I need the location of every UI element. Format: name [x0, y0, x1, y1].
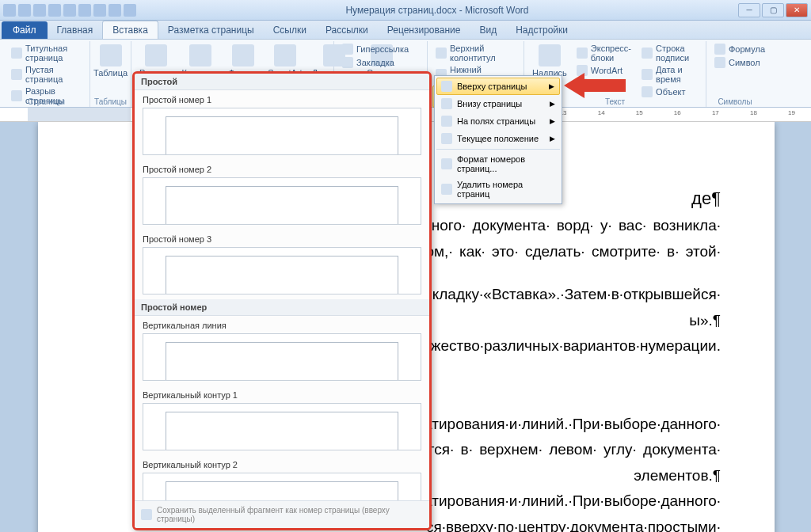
maximize-button[interactable]: ▢ [762, 3, 784, 17]
label: Верхний колонтитул [450, 44, 516, 63]
gallery-item-label: Простой номер 3 [135, 230, 429, 245]
label: Удалить номера страниц [457, 180, 555, 199]
qat-icon[interactable] [63, 4, 76, 17]
label: Текущее положение [457, 134, 539, 143]
save-fragment-icon [141, 509, 152, 520]
hyperlink-button[interactable]: Гиперссылка [339, 43, 422, 55]
picture-icon [145, 44, 167, 66]
redo-icon[interactable] [48, 4, 61, 17]
gallery-save-selection[interactable]: Сохранить выделенный фрагмент как номер … [135, 500, 429, 528]
smartart-icon [274, 44, 296, 66]
tab-home[interactable]: Главная [48, 21, 103, 39]
ruler-mark: 17 [712, 109, 719, 116]
label: На полях страницы [457, 116, 535, 126]
ruler-mark: 14 [598, 109, 605, 116]
qat-icon[interactable] [93, 4, 106, 17]
object-button[interactable]: Объект [638, 86, 701, 98]
submenu-bottom-of-page[interactable]: Внизу страницы▶ [436, 95, 560, 112]
chevron-right-icon: ▶ [549, 82, 554, 90]
chevron-right-icon: ▶ [550, 135, 555, 142]
qat-icon[interactable] [78, 4, 91, 17]
equation-button[interactable]: Формула [711, 43, 759, 55]
tab-mailings[interactable]: Рассылки [316, 21, 378, 39]
datetime-icon [642, 69, 653, 80]
tab-view[interactable]: Вид [470, 21, 506, 39]
gallery-item-preview[interactable] [143, 247, 421, 294]
gallery-item-label: Вертикальная линия [135, 316, 429, 332]
word-icon[interactable] [3, 4, 16, 17]
format-icon [441, 158, 452, 169]
header-button[interactable]: Верхний колонтитул [432, 43, 519, 63]
top-page-icon [441, 81, 452, 92]
quickparts-icon [577, 48, 588, 59]
bookmark-icon [342, 57, 353, 68]
undo-icon[interactable] [33, 4, 46, 17]
annotation-arrow [564, 70, 627, 101]
equation-icon [714, 44, 725, 55]
clipart-icon [189, 44, 211, 66]
gallery-item-label: Вертикальный контур 1 [135, 386, 429, 401]
table-button[interactable]: Таблица [95, 43, 126, 79]
label: Гиперссылка [356, 44, 409, 54]
margin-icon [441, 116, 452, 127]
object-icon [642, 86, 653, 97]
qat-icon[interactable] [124, 4, 136, 17]
datetime-button[interactable]: Дата и время [638, 64, 701, 85]
submenu-current-position[interactable]: Текущее положение▶ [436, 130, 560, 147]
label: Вверху страницы [457, 82, 527, 91]
ruler-mark: 15 [636, 109, 643, 116]
gallery-category-header: Простой номер [135, 299, 429, 316]
label: Пустая страница [25, 65, 82, 84]
ruler-mark: 16 [674, 109, 681, 116]
bottom-page-icon [441, 98, 452, 109]
tab-addins[interactable]: Надстройки [506, 21, 577, 39]
gallery-item-label: Простой номер 1 [135, 90, 429, 106]
submenu-format-numbers[interactable]: Формат номеров страниц... [436, 151, 560, 177]
ruler-mark: 18 [750, 109, 757, 116]
file-tab[interactable]: Файл [2, 21, 48, 39]
gallery-item-preview[interactable] [143, 108, 421, 155]
link-icon [342, 44, 353, 55]
close-button[interactable]: ✕ [786, 3, 808, 17]
blank-page-button[interactable]: Пустая страница [8, 64, 85, 85]
bookmark-button[interactable]: Закладка [339, 56, 422, 69]
textbox-icon [539, 44, 561, 66]
label: Экспресс-блоки [591, 44, 632, 63]
submenu-top-of-page[interactable]: Вверху страницы▶ [436, 78, 560, 95]
cover-page-button[interactable]: Титульная страница [8, 43, 85, 63]
label: Объект [656, 87, 685, 97]
symbol-button[interactable]: Символ [711, 56, 759, 69]
tab-references[interactable]: Ссылки [264, 21, 316, 39]
minimize-button[interactable]: ─ [738, 3, 760, 17]
label: Дата и время [656, 65, 698, 84]
label: Сохранить выделенный фрагмент как номер … [157, 506, 423, 523]
ribbon-tabs: Файл Главная Вставка Разметка страницы С… [0, 21, 811, 40]
quick-access-toolbar [3, 4, 136, 17]
header-icon [436, 48, 447, 59]
submenu-remove-numbers[interactable]: Удалить номера страниц [436, 177, 560, 202]
quickparts-button[interactable]: Экспресс-блоки [573, 43, 635, 63]
save-icon[interactable] [18, 4, 31, 17]
page-icon [11, 69, 22, 80]
group-label: Таблицы [90, 97, 131, 106]
gallery-item-preview[interactable] [143, 177, 421, 225]
signature-button[interactable]: Строка подписи [638, 43, 701, 63]
page-icon [11, 48, 22, 59]
label: Титульная страница [25, 44, 82, 63]
tab-page-layout[interactable]: Разметка страницы [158, 21, 264, 39]
title-bar: Нумерация страниц.docx - Microsoft Word … [0, 0, 811, 21]
label: Внизу страницы [457, 99, 522, 108]
chevron-right-icon: ▶ [550, 100, 555, 108]
submenu-page-margins[interactable]: На полях страницы▶ [436, 112, 560, 130]
group-label: Страницы [3, 97, 89, 106]
tab-insert[interactable]: Вставка [102, 21, 158, 39]
label: Символ [729, 58, 760, 67]
gallery-item-preview[interactable] [143, 333, 421, 381]
group-label: Символы [706, 97, 763, 106]
gallery-item-preview[interactable] [143, 403, 421, 450]
label: Строка подписи [656, 44, 698, 63]
signature-icon [642, 48, 653, 59]
tab-review[interactable]: Рецензирование [378, 21, 470, 39]
gallery-category-header: Простой [135, 74, 429, 90]
qat-icon[interactable] [109, 4, 121, 17]
